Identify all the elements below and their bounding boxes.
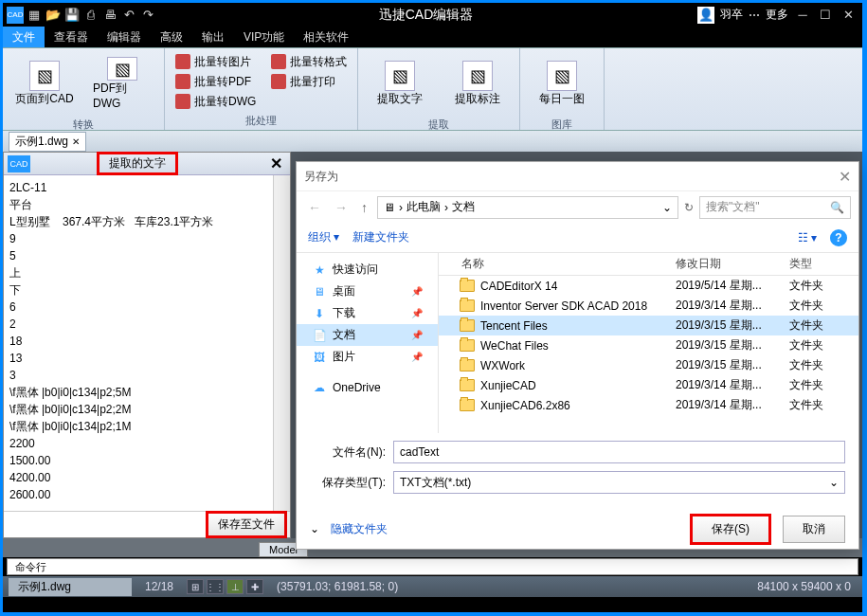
path-bar[interactable]: 🖥 › 此电脑 › 文档 ⌄ (377, 196, 678, 219)
extracted-text-area[interactable]: 2LC-11平台L型别墅 367.4平方米 车库23.1平方米95上下62181… (4, 175, 290, 511)
col-date[interactable]: 修改日期 (676, 256, 789, 272)
pin-icon: 📌 (411, 308, 423, 318)
minimize-icon[interactable]: ─ (794, 7, 811, 24)
text-line: 6 (9, 299, 284, 316)
file-row[interactable]: CADEditorX 142019/5/14 星期...文件夹 (439, 276, 858, 296)
file-row[interactable]: WeChat Files2019/3/15 星期...文件夹 (439, 335, 858, 355)
nav-up-icon[interactable]: ↑ (357, 200, 371, 215)
chevron-down-icon: ⌄ (829, 476, 839, 489)
snap-icon[interactable]: ⊞ (187, 579, 204, 594)
menu-6[interactable]: 相关软件 (294, 27, 358, 47)
ribbon-提取标注[interactable]: ▧提取标注 (440, 52, 515, 115)
ribbon-批量转图片[interactable]: 批量转图片 (169, 52, 262, 71)
doc-tab-label: 示例1.dwg (15, 134, 68, 150)
polar-icon[interactable]: ✚ (246, 579, 263, 594)
ribbon-批量转PDF[interactable]: 批量转PDF (169, 72, 262, 91)
status-coords: (35791.03; 61981.58; 0) (271, 580, 404, 593)
folder-icon (460, 359, 475, 371)
text-line: 2200 (9, 435, 284, 452)
filetype-label: 保存类型(T): (310, 475, 386, 491)
open-icon[interactable]: 📂 (45, 7, 62, 24)
document-icon: 📄 (312, 328, 327, 343)
menu-4[interactable]: 输出 (192, 27, 234, 47)
help-icon[interactable]: ? (830, 229, 847, 246)
panel-close-icon[interactable]: ✕ (266, 154, 286, 172)
text-line: 13 (9, 350, 284, 367)
file-row[interactable]: Inventor Server SDK ACAD 20182019/3/14 星… (439, 296, 858, 316)
user-icon[interactable]: 👤 (697, 7, 714, 24)
side-quick-access[interactable]: ★快速访问 (297, 259, 438, 281)
search-icon[interactable]: 🔍 (830, 201, 844, 214)
path-dropdown-icon[interactable]: ⌄ (662, 201, 672, 214)
ribbon-批量打印[interactable]: 批量打印 (264, 72, 353, 91)
menu-2[interactable]: 编辑器 (98, 27, 151, 47)
ribbon-提取文字[interactable]: ▧提取文字 (362, 52, 438, 115)
menu-3[interactable]: 高级 (151, 27, 192, 47)
close-app-icon[interactable]: ✕ (840, 7, 857, 24)
side-onedrive[interactable]: ☁OneDrive (297, 377, 438, 398)
view-mode-icon[interactable]: ☷ ▾ (798, 231, 817, 245)
side-pictures[interactable]: 🖼图片📌 (297, 346, 438, 368)
command-line[interactable]: 命令行 (7, 558, 858, 575)
folder-icon (460, 299, 475, 312)
text-line: 2600.00 (9, 486, 284, 503)
document-tab[interactable]: 示例1.dwg ✕ (9, 132, 86, 152)
pc-icon: 🖥 (384, 201, 395, 214)
redo-icon[interactable]: ↷ (139, 7, 156, 24)
text-line: 5 (9, 247, 284, 264)
maximize-icon[interactable]: ☐ (817, 7, 834, 24)
ribbon-批量转格式[interactable]: 批量转格式 (264, 52, 353, 71)
menu-5[interactable]: VIP功能 (234, 27, 294, 47)
folder-icon (460, 280, 475, 292)
col-name[interactable]: 名称 (439, 256, 676, 272)
print-icon[interactable]: 🖶 (101, 7, 118, 24)
saveall-icon[interactable]: ⎙ (82, 7, 99, 24)
doc-tab-close-icon[interactable]: ✕ (72, 136, 80, 147)
dialog-close-icon[interactable]: ✕ (839, 168, 851, 186)
file-row[interactable]: WXWork2019/3/15 星期...文件夹 (439, 355, 858, 375)
user-name[interactable]: 羽卒 (720, 7, 743, 23)
col-type[interactable]: 类型 (789, 256, 837, 272)
menu-1[interactable]: 查看器 (45, 27, 98, 47)
save-icon[interactable]: 💾 (63, 7, 81, 24)
scrollbar[interactable] (273, 175, 290, 511)
file-row[interactable]: XunjieCAD2019/3/14 星期...文件夹 (439, 375, 858, 395)
menu-0[interactable]: 文件 (3, 27, 45, 47)
text-line: 上 (9, 264, 284, 281)
path-seg-pc[interactable]: 此电脑 (406, 199, 441, 215)
nav-fwd-icon[interactable]: → (331, 200, 352, 215)
cancel-button[interactable]: 取消 (783, 516, 845, 543)
ribbon-group-label: 批处理 (167, 113, 355, 129)
filename-input[interactable] (393, 441, 845, 463)
grid-icon[interactable]: ⋮⋮ (207, 579, 224, 594)
save-to-file-button[interactable]: 保存至文件 (206, 511, 287, 538)
ribbon-PDF到DWG[interactable]: ▧PDF到DWG (84, 52, 160, 115)
nav-back-icon[interactable]: ← (304, 200, 325, 215)
filetype-select[interactable]: TXT文档(*.txt)⌄ (393, 471, 845, 494)
text-line: 9 (9, 230, 284, 247)
path-seg-docs[interactable]: 文档 (452, 199, 475, 215)
hide-folders-link[interactable]: 隐藏文件夹 (331, 521, 388, 537)
undo-icon[interactable]: ↶ (120, 7, 137, 24)
ortho-icon[interactable]: ⊥ (226, 579, 244, 594)
file-row[interactable]: XunjieCAD6.2x862019/3/14 星期...文件夹 (439, 395, 858, 415)
ribbon-页面到CAD[interactable]: ▧页面到CAD (7, 52, 82, 115)
ribbon-批量转DWG[interactable]: 批量转DWG (169, 92, 262, 111)
new-icon[interactable]: ▦ (26, 7, 43, 24)
new-folder-button[interactable]: 新建文件夹 (352, 229, 409, 245)
side-desktop[interactable]: 🖥桌面📌 (297, 281, 438, 302)
organize-menu[interactable]: 组织 ▾ (308, 229, 339, 245)
more-dots-icon[interactable]: ⋯ (749, 9, 760, 22)
ribbon: ▧页面到CAD▧PDF到DWG转换批量转图片批量转PDF批量转DWG批量转格式批… (3, 47, 862, 131)
ribbon-[interactable] (264, 92, 353, 111)
ribbon-每日一图[interactable]: ▧每日一图 (524, 52, 600, 115)
save-button[interactable]: 保存(S) (690, 514, 771, 545)
search-input[interactable]: 搜索"文档" 🔍 (699, 196, 851, 219)
ribbon-icon: ▧ (107, 57, 137, 81)
side-downloads[interactable]: ⬇下载📌 (297, 302, 438, 324)
refresh-icon[interactable]: ↻ (684, 201, 694, 214)
more-label[interactable]: 更多 (766, 7, 788, 23)
side-documents[interactable]: 📄文档📌 (297, 324, 438, 346)
file-row[interactable]: Tencent Files2019/3/15 星期...文件夹 (439, 316, 858, 335)
chevron-down-icon[interactable]: ⌄ (310, 522, 319, 535)
